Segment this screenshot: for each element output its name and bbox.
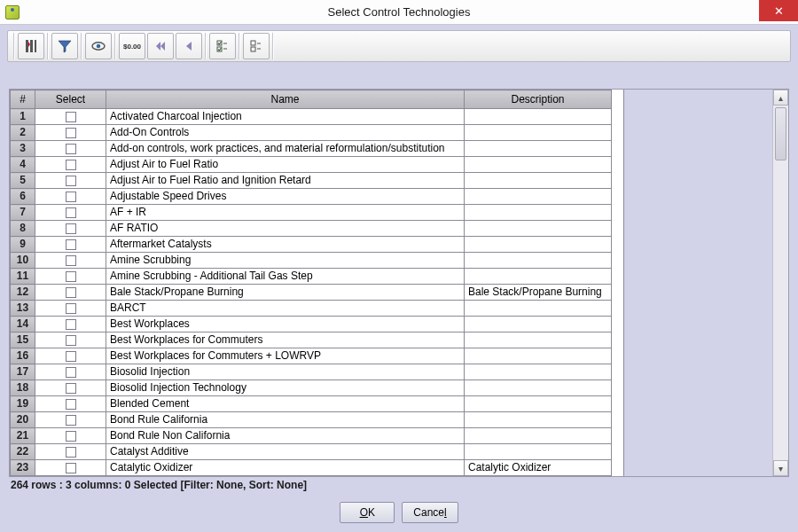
table-row[interactable]: 18Biosolid Injection Technology [11,380,612,396]
description-cell [465,157,612,173]
select-cell[interactable] [35,301,106,317]
show-hide-button[interactable] [85,33,112,59]
select-cell[interactable] [35,412,106,428]
select-cell[interactable] [35,476,106,477]
checkbox[interactable] [66,415,76,426]
table-row[interactable]: 20Bond Rule California [11,412,612,428]
description-cell [465,173,612,189]
table-row[interactable]: 15Best Workplaces for Commuters [11,332,612,348]
table-row[interactable]: 10Amine Scrubbing [11,253,612,269]
checkbox[interactable] [66,319,76,330]
select-cell[interactable] [35,348,106,364]
select-cell[interactable] [35,269,106,285]
table-row[interactable]: 1Activated Charcoal Injection [11,109,612,125]
table-row[interactable]: 12Bale Stack/Propane BurningBale Stack/P… [11,285,612,301]
select-all-button[interactable] [209,33,236,59]
toolbar: $0.00 [7,30,791,62]
checkbox[interactable] [66,271,76,282]
toolbar-separator [205,33,207,59]
name-cell: Adjustable Speed Drives [106,189,465,205]
table-row[interactable]: 22Catalyst Additive [11,444,612,460]
checkbox[interactable] [66,112,76,122]
checkbox[interactable] [66,192,76,202]
close-button[interactable]: ✕ [759,0,798,21]
table-scroll[interactable]: # Select Name Description 1Activated Cha… [10,90,623,476]
checkbox[interactable] [66,447,76,458]
checkbox[interactable] [66,144,76,154]
checkbox[interactable] [66,367,76,378]
checkbox[interactable] [66,207,76,218]
select-cell[interactable] [35,428,106,444]
scroll-up-icon[interactable]: ▴ [773,90,788,106]
table-row[interactable]: 5Adjust Air to Fuel Ratio and Ignition R… [11,173,612,189]
col-header-num[interactable]: # [11,90,35,109]
select-cell[interactable] [35,332,106,348]
format-button[interactable]: $0.00 [119,33,145,59]
select-cell[interactable] [35,380,106,396]
select-cell[interactable] [35,109,106,125]
eye-icon [90,38,106,54]
checkbox[interactable] [66,223,76,234]
checkbox[interactable] [66,160,76,170]
table-row[interactable]: 24CEM Upgrade and Increased Monitoring F… [11,476,612,477]
name-cell: Best Workplaces for Commuters [106,332,465,348]
filter-button[interactable] [51,33,78,59]
select-cell[interactable] [35,444,106,460]
select-cell[interactable] [35,141,106,157]
select-cell[interactable] [35,396,106,412]
table-row[interactable]: 3Add-on controls, work practices, and ma… [11,141,612,157]
select-cell[interactable] [35,221,106,237]
checkbox[interactable] [66,431,76,442]
select-cell[interactable] [35,189,106,205]
checkbox[interactable] [66,351,76,362]
vertical-scrollbar[interactable]: ▴ ▾ [772,90,788,476]
titlebar: Select Control Technologies ✕ [0,0,798,25]
select-cell[interactable] [35,125,106,141]
table-row[interactable]: 21Bond Rule Non California [11,428,612,444]
columns-button[interactable] [18,33,44,59]
table-row[interactable]: 2Add-On Controls [11,125,612,141]
checkbox[interactable] [66,335,76,346]
col-header-description[interactable]: Description [465,90,612,109]
checkbox[interactable] [66,255,76,266]
scroll-down-icon[interactable]: ▾ [773,460,788,476]
table-row[interactable]: 14Best Workplaces [11,317,612,332]
select-cell[interactable] [35,157,106,173]
scroll-thumb[interactable] [775,107,786,160]
table-row[interactable]: 6Adjustable Speed Drives [11,189,612,205]
select-cell[interactable] [35,173,106,189]
col-header-select[interactable]: Select [35,90,106,109]
cancel-button[interactable]: Cancel [402,502,458,523]
select-cell[interactable] [35,364,106,380]
table-row[interactable]: 8AF RATIO [11,221,612,237]
checkbox[interactable] [66,176,76,186]
select-cell[interactable] [35,317,106,332]
table-row[interactable]: 23Catalytic OxidizerCatalytic Oxidizer [11,460,612,476]
select-cell[interactable] [35,237,106,253]
checkbox[interactable] [66,239,76,250]
table-row[interactable]: 13BARCT [11,301,612,317]
table-row[interactable]: 9Aftermarket Catalysts [11,237,612,253]
checkbox[interactable] [66,383,76,394]
table-row[interactable]: 11Amine Scrubbing - Additional Tail Gas … [11,269,612,285]
checkbox[interactable] [66,399,76,410]
table-row[interactable]: 17Biosolid Injection [11,364,612,380]
checkbox[interactable] [66,303,76,314]
nav-prev-button[interactable] [176,33,202,59]
table-row[interactable]: 16Best Workplaces for Commuters + LOWRVP [11,348,612,364]
checkbox[interactable] [66,128,76,138]
description-cell [465,221,612,237]
table-row[interactable]: 4Adjust Air to Fuel Ratio [11,157,612,173]
col-header-name[interactable]: Name [106,90,465,109]
table-row[interactable]: 19Blended Cement [11,396,612,412]
checkbox[interactable] [66,463,76,473]
checkbox[interactable] [66,287,76,298]
nav-first-button[interactable] [147,33,174,59]
select-cell[interactable] [35,205,106,221]
select-cell[interactable] [35,460,106,476]
ok-button[interactable]: OK [340,502,395,523]
table-row[interactable]: 7AF + IR [11,205,612,221]
select-cell[interactable] [35,285,106,301]
select-cell[interactable] [35,253,106,269]
clear-all-button[interactable] [243,33,270,59]
